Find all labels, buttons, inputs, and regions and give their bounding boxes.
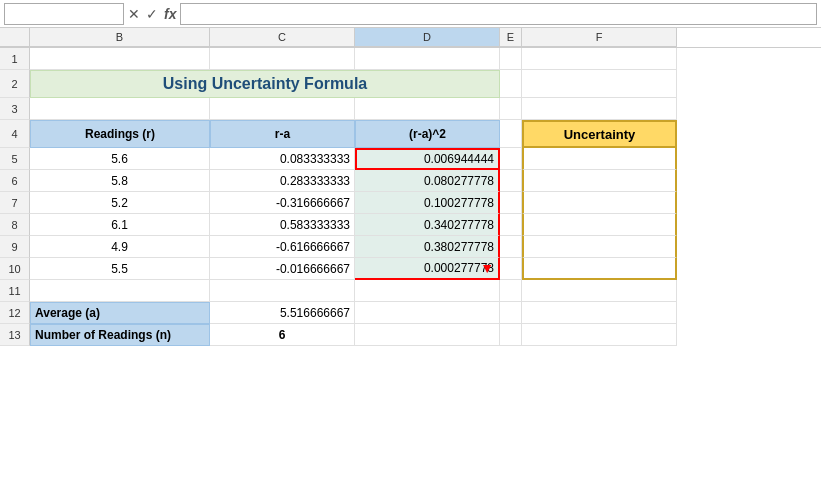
cell-b13[interactable]: Number of Readings (n)	[30, 324, 210, 346]
cell-f8[interactable]	[522, 214, 677, 236]
cell-c10-text: -0.016666667	[276, 262, 350, 276]
cell-e9[interactable]	[500, 236, 522, 258]
cell-e13[interactable]	[500, 324, 522, 346]
cell-e3[interactable]	[500, 98, 522, 120]
cell-c6-text: 0.283333333	[280, 174, 350, 188]
cell-e1[interactable]	[500, 48, 522, 70]
cell-d11[interactable]	[355, 280, 500, 302]
row-header-6: 6	[0, 170, 30, 192]
header-r-minus-a[interactable]: r-a	[210, 120, 355, 148]
header-uncertainty-text: Uncertainty	[564, 127, 636, 142]
cell-e2[interactable]	[500, 70, 522, 98]
formula-input[interactable]: =C5^2	[180, 3, 817, 25]
cell-c6[interactable]: 0.283333333	[210, 170, 355, 192]
cell-d8[interactable]: 0.340277778	[355, 214, 500, 236]
row-header-2: 2	[0, 70, 30, 98]
cell-b1[interactable]	[30, 48, 210, 70]
row-1: 1	[0, 48, 821, 70]
cell-e7[interactable]	[500, 192, 522, 214]
cell-e11[interactable]	[500, 280, 522, 302]
row-header-13: 13	[0, 324, 30, 346]
row-header-1: 1	[0, 48, 30, 70]
header-r-minus-a-sq-text: (r-a)^2	[409, 127, 446, 141]
cell-b6[interactable]: 5.8	[30, 170, 210, 192]
cell-d12[interactable]	[355, 302, 500, 324]
cell-f1[interactable]	[522, 48, 677, 70]
cell-b10[interactable]: 5.5	[30, 258, 210, 280]
header-r-minus-a-sq[interactable]: (r-a)^2	[355, 120, 500, 148]
cell-b3[interactable]	[30, 98, 210, 120]
cell-f6[interactable]	[522, 170, 677, 192]
cell-e10[interactable]	[500, 258, 522, 280]
cell-d5-text: 0.006944444	[424, 152, 494, 166]
header-uncertainty[interactable]: Uncertainty	[522, 120, 677, 148]
row-header-5: 5	[0, 148, 30, 170]
name-box[interactable]: D5	[4, 3, 124, 25]
cell-c12[interactable]: 5.516666667	[210, 302, 355, 324]
cell-c5[interactable]: 0.083333333	[210, 148, 355, 170]
cell-b12[interactable]: Average (a)	[30, 302, 210, 324]
insert-function-icon[interactable]: fx	[164, 6, 176, 22]
cell-c9[interactable]: -0.616666667	[210, 236, 355, 258]
row-11: 11	[0, 280, 821, 302]
cell-b5-text: 5.6	[111, 152, 128, 166]
cell-c1[interactable]	[210, 48, 355, 70]
col-header-d[interactable]: D	[355, 28, 500, 47]
cell-d7[interactable]: 0.100277778	[355, 192, 500, 214]
cell-d9[interactable]: 0.380277778	[355, 236, 500, 258]
row-6: 6 5.8 0.283333333 0.080277778	[0, 170, 821, 192]
cell-b9[interactable]: 4.9	[30, 236, 210, 258]
cell-f11[interactable]	[522, 280, 677, 302]
row-13: 13 Number of Readings (n) 6	[0, 324, 821, 346]
cell-e4[interactable]	[500, 120, 522, 148]
col-header-c[interactable]: C	[210, 28, 355, 47]
cell-f7[interactable]	[522, 192, 677, 214]
cell-b8[interactable]: 6.1	[30, 214, 210, 236]
cell-f12[interactable]	[522, 302, 677, 324]
cell-c3[interactable]	[210, 98, 355, 120]
cell-f9[interactable]	[522, 236, 677, 258]
row-4: 4 Readings (r) r-a (r-a)^2 Uncertainty	[0, 120, 821, 148]
header-readings[interactable]: Readings (r)	[30, 120, 210, 148]
cell-e12[interactable]	[500, 302, 522, 324]
cell-d6[interactable]: 0.080277778	[355, 170, 500, 192]
confirm-formula-icon[interactable]: ✓	[146, 6, 158, 22]
row-2: 2 Using Uncertainty Formula	[0, 70, 821, 98]
cell-b7[interactable]: 5.2	[30, 192, 210, 214]
col-header-e[interactable]: E	[500, 28, 522, 47]
cell-c7-text: -0.316666667	[276, 196, 350, 210]
cancel-formula-icon[interactable]: ✕	[128, 6, 140, 22]
col-header-b[interactable]: B	[30, 28, 210, 47]
cell-f3[interactable]	[522, 98, 677, 120]
cell-e6[interactable]	[500, 170, 522, 192]
cell-d10[interactable]: 0.000277778 ▼	[355, 258, 500, 280]
cell-c8-text: 0.583333333	[280, 218, 350, 232]
cell-f10[interactable]	[522, 258, 677, 280]
cell-c13[interactable]: 6	[210, 324, 355, 346]
cell-d1[interactable]	[355, 48, 500, 70]
average-value-text: 5.516666667	[280, 306, 350, 320]
n-label-text: Number of Readings (n)	[35, 328, 171, 342]
cell-c11[interactable]	[210, 280, 355, 302]
cell-d5[interactable]: 0.006944444	[355, 148, 500, 170]
row-header-11: 11	[0, 280, 30, 302]
cell-c8[interactable]: 0.583333333	[210, 214, 355, 236]
cell-d3[interactable]	[355, 98, 500, 120]
row-header-10: 10	[0, 258, 30, 280]
cell-c10[interactable]: -0.016666667	[210, 258, 355, 280]
cell-e5[interactable]	[500, 148, 522, 170]
cell-b5[interactable]: 5.6	[30, 148, 210, 170]
cell-c7[interactable]: -0.316666667	[210, 192, 355, 214]
cell-e8[interactable]	[500, 214, 522, 236]
cell-b11[interactable]	[30, 280, 210, 302]
header-readings-text: Readings (r)	[85, 127, 155, 141]
average-label-text: Average (a)	[35, 306, 100, 320]
cell-f13[interactable]	[522, 324, 677, 346]
cell-d13[interactable]	[355, 324, 500, 346]
title-cell[interactable]: Using Uncertainty Formula	[30, 70, 500, 98]
cell-f5[interactable]	[522, 148, 677, 170]
col-header-f[interactable]: F	[522, 28, 677, 47]
row-3: 3	[0, 98, 821, 120]
cell-f2[interactable]	[522, 70, 677, 98]
row-header-8: 8	[0, 214, 30, 236]
